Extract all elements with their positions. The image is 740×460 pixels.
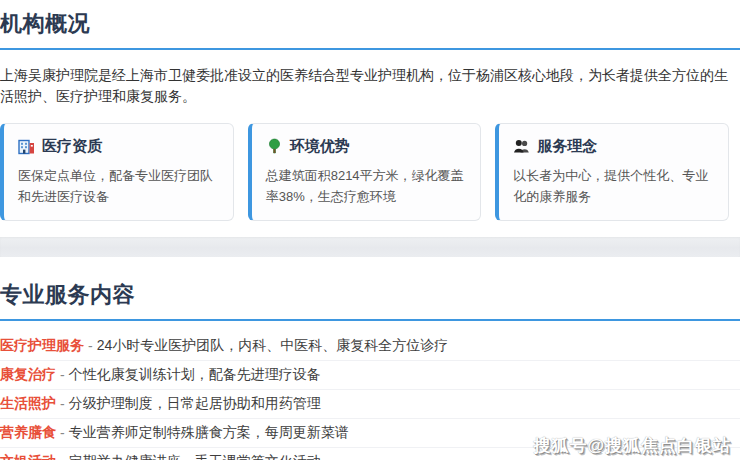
- card-desc-text: 总建筑面积8214平方米，绿化覆盖率38%，生态疗愈环境: [266, 165, 467, 208]
- service-separator: -: [60, 396, 65, 412]
- people-icon: [513, 138, 530, 155]
- service-separator: -: [60, 454, 65, 460]
- card-title-text: 服务理念: [537, 137, 597, 156]
- card-title-text: 环境优势: [290, 137, 350, 156]
- service-separator: -: [60, 367, 65, 383]
- service-label: 营养膳食: [0, 424, 56, 442]
- service-item: 文娱活动 - 定期举办健康讲座、手工课堂等文化活动: [0, 448, 740, 460]
- card-service-philosophy: 服务理念 以长者为中心，提供个性化、专业化的康养服务: [495, 123, 729, 221]
- card-desc-text: 以长者为中心，提供个性化、专业化的康养服务: [513, 165, 714, 208]
- service-desc: 专业营养师定制特殊膳食方案，每周更新菜谱: [69, 424, 349, 442]
- card-environment-advantage: 环境优势 总建筑面积8214平方米，绿化覆盖率38%，生态疗愈环境: [248, 123, 482, 221]
- card-title-row: 环境优势: [266, 137, 467, 156]
- tree-icon: [266, 138, 283, 155]
- org-intro-paragraph: 上海吴康护理院是经上海市卫健委批准设立的医养结合型专业护理机构，位于杨浦区核心地…: [0, 65, 730, 107]
- services-title: 专业服务内容: [0, 271, 740, 321]
- service-separator: -: [60, 425, 65, 441]
- service-list: 医疗护理服务 - 24小时专业医护团队，内科、中医科、康复科全方位诊疗 康复治疗…: [0, 332, 740, 460]
- service-item: 生活照护 - 分级护理制度，日常起居协助和用药管理: [0, 390, 740, 419]
- service-desc: 分级护理制度，日常起居协助和用药管理: [69, 395, 321, 413]
- org-overview-section: 机构概况 上海吴康护理院是经上海市卫健委批准设立的医养结合型专业护理机构，位于杨…: [0, 0, 740, 221]
- hospital-icon: [18, 138, 35, 155]
- service-label: 康复治疗: [0, 366, 56, 384]
- feature-cards: 医疗资质 医保定点单位，配备专业医疗团队和先进医疗设备 环境优势 总建筑面积82…: [0, 123, 729, 221]
- card-title-text: 医疗资质: [42, 137, 102, 156]
- card-medical-qualification: 医疗资质 医保定点单位，配备专业医疗团队和先进医疗设备: [0, 123, 234, 221]
- service-label: 生活照护: [0, 395, 56, 413]
- service-item: 医疗护理服务 - 24小时专业医护团队，内科、中医科、康复科全方位诊疗: [0, 332, 740, 361]
- section-divider-band: [0, 237, 740, 257]
- card-title-row: 医疗资质: [18, 137, 219, 156]
- service-desc: 个性化康复训练计划，配备先进理疗设备: [69, 366, 321, 384]
- page: 机构概况 上海吴康护理院是经上海市卫健委批准设立的医养结合型专业护理机构，位于杨…: [0, 0, 740, 460]
- service-separator: -: [88, 338, 93, 354]
- org-overview-title: 机构概况: [0, 0, 740, 50]
- service-item: 康复治疗 - 个性化康复训练计划，配备先进理疗设备: [0, 361, 740, 390]
- service-desc: 24小时专业医护团队，内科、中医科、康复科全方位诊疗: [97, 337, 449, 355]
- card-desc-text: 医保定点单位，配备专业医疗团队和先进医疗设备: [18, 165, 219, 208]
- service-label: 医疗护理服务: [0, 337, 84, 355]
- service-item: 营养膳食 - 专业营养师定制特殊膳食方案，每周更新菜谱: [0, 419, 740, 448]
- service-desc: 定期举办健康讲座、手工课堂等文化活动: [69, 453, 321, 460]
- card-title-row: 服务理念: [513, 137, 714, 156]
- services-section: 专业服务内容 医疗护理服务 - 24小时专业医护团队，内科、中医科、康复科全方位…: [0, 257, 740, 460]
- service-label: 文娱活动: [0, 453, 56, 460]
